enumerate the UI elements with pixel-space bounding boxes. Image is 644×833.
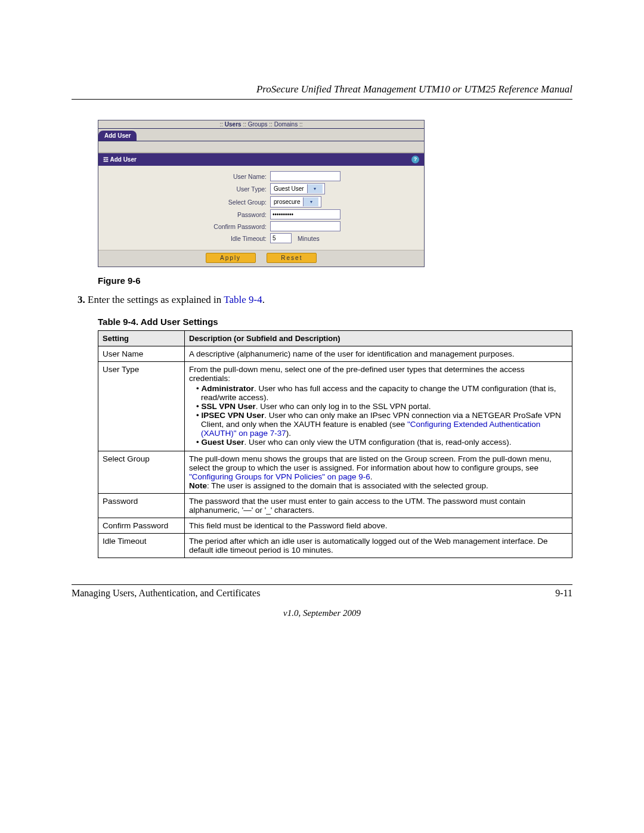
cell-desc: The password that the user must enter to…: [185, 494, 572, 518]
page-number: 9-11: [555, 588, 572, 599]
tab-strip: Add User: [98, 128, 424, 141]
groups-link[interactable]: "Configuring Groups for VPN Policies" on…: [189, 472, 370, 481]
cell-setting: Password: [98, 494, 185, 518]
cell-desc: The pull-down menu shows the groups that…: [185, 451, 572, 494]
table-row: Select Group The pull-down menu shows th…: [98, 451, 572, 494]
reset-button[interactable]: Reset: [267, 253, 317, 263]
chevron-down-icon: ▾: [307, 184, 323, 193]
table-row: Idle Timeout The period after which an i…: [98, 534, 572, 558]
version-line: v1.0, September 2009: [72, 608, 572, 618]
breadcrumb: :: Users :: Groups :: Domains ::: [98, 120, 424, 128]
settings-table: Setting Description (or Subfield and Des…: [98, 330, 572, 558]
panel-title: Add User: [110, 156, 136, 163]
selectgroup-select[interactable]: prosecure ▾: [270, 196, 321, 208]
footer-section: Managing Users, Authentication, and Cert…: [72, 588, 260, 599]
crumb-groups[interactable]: Groups: [248, 121, 268, 128]
cell-setting: User Name: [98, 346, 185, 362]
cell-desc: The period after which an idle user is a…: [185, 534, 572, 558]
step-number: 3.: [78, 294, 85, 305]
col-description: Description (or Subfield and Description…: [185, 331, 572, 346]
username-input[interactable]: [270, 171, 340, 181]
tab-add-user[interactable]: Add User: [98, 131, 137, 141]
cell-desc: From the pull-down menu, select one of t…: [185, 362, 572, 451]
confirm-password-label: Confirm Password:: [106, 223, 270, 230]
selectgroup-label: Select Group:: [106, 199, 270, 206]
table-row: Confirm Password This field must be iden…: [98, 518, 572, 534]
confirm-password-input[interactable]: [270, 221, 340, 231]
help-icon[interactable]: ?: [411, 156, 419, 163]
cell-desc: This field must be identical to the Pass…: [185, 518, 572, 534]
cell-setting: User Type: [98, 362, 185, 451]
idle-timeout-label: Idle Timeout:: [106, 235, 270, 242]
step-text: Enter the settings as explained in: [88, 294, 224, 305]
table-caption: Table 9-4. Add User Settings: [98, 317, 572, 327]
col-setting: Setting: [98, 331, 185, 346]
panel-header: ☲ Add User ?: [98, 153, 424, 166]
idle-timeout-unit: Minutes: [298, 235, 320, 242]
add-user-form: User Name: User Type: Guest User ▾ Selec…: [98, 166, 424, 250]
cell-desc: A descriptive (alphanumeric) name of the…: [185, 346, 572, 362]
page-footer: Managing Users, Authentication, and Cert…: [72, 584, 572, 599]
usertype-label: User Type:: [106, 185, 270, 193]
cell-setting: Select Group: [98, 451, 185, 494]
screenshot-panel: :: Users :: Groups :: Domains :: Add Use…: [98, 120, 425, 267]
figure-caption: Figure 9-6: [98, 275, 572, 286]
usertype-value: Guest User: [271, 185, 307, 192]
table-row: User Type From the pull-down menu, selec…: [98, 362, 572, 451]
table-row: Password The password that the user must…: [98, 494, 572, 518]
cell-setting: Idle Timeout: [98, 534, 185, 558]
chevron-down-icon: ▾: [303, 197, 318, 206]
cell-setting: Confirm Password: [98, 518, 185, 534]
table-ref-link[interactable]: Table 9-4: [224, 294, 262, 305]
idle-timeout-input[interactable]: [270, 233, 292, 243]
apply-button[interactable]: Apply: [206, 253, 256, 263]
password-label: Password:: [106, 211, 270, 218]
username-label: User Name:: [106, 173, 270, 180]
crumb-domains[interactable]: Domains: [274, 121, 298, 128]
crumb-users[interactable]: Users: [225, 121, 242, 128]
button-bar: Apply Reset: [98, 250, 424, 267]
page-header: ProSecure Unified Threat Management UTM1…: [72, 83, 572, 100]
step-3: 3. Enter the settings as explained in Ta…: [78, 294, 572, 306]
password-input[interactable]: [270, 209, 340, 219]
selectgroup-value: prosecure: [271, 199, 303, 205]
table-row: User Name A descriptive (alphanumeric) n…: [98, 346, 572, 362]
usertype-select[interactable]: Guest User ▾: [270, 183, 325, 194]
